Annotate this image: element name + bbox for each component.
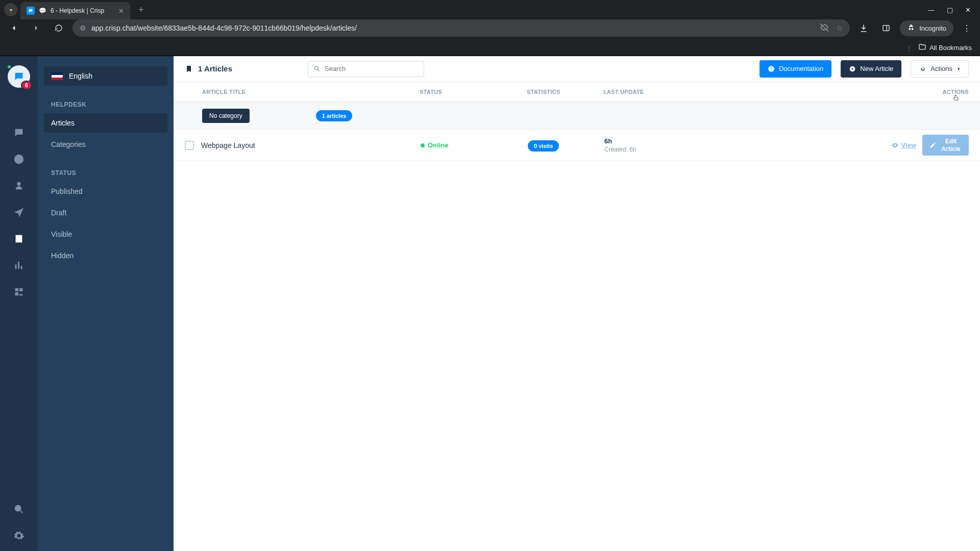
chrome-menu-icon[interactable]: ⋮: [959, 23, 975, 33]
sidebar-heading-helpdesk: HELPDESK: [51, 101, 167, 108]
folder-icon: [918, 43, 926, 53]
svg-point-2: [15, 506, 21, 511]
category-chip[interactable]: No category: [202, 109, 250, 123]
language-selector[interactable]: English: [44, 66, 167, 86]
col-header-title: ARTICLE TITLE: [200, 89, 420, 95]
crisp-favicon-icon: [27, 7, 35, 15]
svg-rect-0: [883, 26, 889, 31]
incognito-label: Incognito: [919, 24, 946, 32]
sidebar-heading-status: STATUS: [51, 169, 167, 177]
documentation-label: Documentation: [779, 65, 823, 72]
search-input[interactable]: [325, 65, 419, 72]
update-created: Created: 6h: [604, 146, 752, 153]
contacts-icon[interactable]: [13, 180, 25, 192]
plugins-icon[interactable]: [13, 286, 25, 298]
sidebar-item-draft[interactable]: Draft: [44, 203, 167, 222]
article-title[interactable]: Webpage Layout: [201, 141, 421, 149]
documentation-button[interactable]: ? Documentation: [760, 60, 831, 78]
main-content: 1 Articles ? Documentation New Article A…: [174, 56, 980, 551]
presence-dot-icon: [7, 64, 12, 69]
globe-icon[interactable]: [13, 153, 25, 165]
address-bar: ⚙ app.crisp.chat/website/6833ae5b-844d-4…: [0, 19, 980, 40]
workspace-avatar[interactable]: 6: [8, 65, 30, 88]
window-controls: ― ▢ ✕: [928, 6, 976, 14]
inbox-icon[interactable]: [13, 127, 25, 139]
category-count-badge: 1 articles: [316, 110, 353, 121]
eye-icon: [891, 141, 899, 149]
language-label: English: [69, 72, 92, 80]
row-checkbox[interactable]: [185, 141, 194, 150]
new-tab-button[interactable]: +: [133, 5, 149, 15]
chevron-down-icon: ▾: [10, 7, 12, 13]
tab-notification-icon: 💬: [39, 7, 46, 14]
status-dot-icon: [421, 143, 425, 147]
flag-uk-icon: [52, 72, 63, 80]
col-header-update: LAST UPDATE: [603, 89, 751, 95]
helpdesk-sidebar: English HELPDESK Articles Categories STA…: [38, 56, 174, 551]
star-icon[interactable]: ☆: [836, 24, 843, 32]
side-panel-icon[interactable]: [877, 19, 895, 37]
edit-article-button[interactable]: Edit Article: [922, 135, 969, 156]
url-text: app.crisp.chat/website/6833ae5b-844d-4c9…: [91, 24, 357, 32]
articles-count-label: 1 Articles: [198, 64, 232, 73]
sidebar-item-categories[interactable]: Categories: [44, 135, 167, 154]
new-article-button[interactable]: New Article: [841, 60, 901, 78]
sidebar-item-visible[interactable]: Visible: [44, 224, 167, 244]
update-age: 6h: [604, 137, 752, 145]
stats-cell: 0 visits: [528, 141, 604, 150]
browser-chrome: ▾ 💬 6 - Helpdesk | Crisp ✕ + ― ▢ ✕ ⚙: [0, 0, 980, 56]
close-window-icon[interactable]: ✕: [965, 6, 971, 14]
bookmarks-bar: | All Bookmarks: [0, 40, 980, 56]
row-actions: View Edit Article: [752, 135, 969, 156]
back-button[interactable]: [5, 19, 22, 37]
sidebar-item-hidden[interactable]: Hidden: [44, 246, 167, 265]
sidebar-item-articles[interactable]: Articles: [44, 113, 167, 133]
url-input[interactable]: ⚙ app.crisp.chat/website/6833ae5b-844d-4…: [72, 19, 850, 37]
svg-point-3: [314, 66, 318, 70]
status-label: Online: [428, 141, 448, 149]
incognito-badge[interactable]: Incognito: [900, 20, 953, 36]
book-icon: [185, 65, 193, 73]
search-icon[interactable]: [13, 503, 25, 515]
visits-badge: 0 visits: [528, 140, 559, 152]
edit-label: Edit Article: [940, 138, 962, 153]
forward-button[interactable]: [28, 19, 45, 37]
analytics-icon[interactable]: [13, 259, 25, 271]
search-box[interactable]: [308, 61, 424, 77]
status-cell: Online: [421, 141, 528, 149]
table-header: ARTICLE TITLE STATUS STATISTICS LAST UPD…: [174, 82, 980, 102]
col-header-stats: STATISTICS: [527, 89, 603, 95]
articles-count: 1 Articles: [185, 64, 232, 73]
minimize-icon[interactable]: ―: [928, 6, 935, 14]
all-bookmarks-link[interactable]: All Bookmarks: [929, 44, 972, 52]
search-icon: [313, 65, 321, 72]
col-header-actions: ACTIONS: [751, 89, 969, 95]
pencil-icon: [929, 142, 936, 148]
help-icon: ?: [768, 65, 775, 72]
tab-bar: ▾ 💬 6 - Helpdesk | Crisp ✕ + ― ▢ ✕: [0, 0, 980, 19]
notification-badge: 6: [21, 81, 32, 90]
reload-button[interactable]: [50, 19, 67, 37]
site-settings-icon[interactable]: ⚙: [80, 24, 86, 32]
sidebar-item-published[interactable]: Published: [44, 182, 167, 201]
new-article-label: New Article: [860, 65, 893, 72]
maximize-icon[interactable]: ▢: [947, 6, 953, 14]
helpdesk-icon[interactable]: [13, 233, 25, 245]
settings-icon[interactable]: [13, 530, 25, 542]
chevron-down-icon: ▾: [958, 66, 960, 71]
tabs-dropdown[interactable]: ▾: [4, 3, 17, 16]
fire-icon: [919, 65, 926, 72]
close-tab-icon[interactable]: ✕: [118, 7, 124, 15]
incognito-icon: [907, 23, 915, 33]
toolbar: 1 Articles ? Documentation New Article A…: [174, 56, 980, 82]
category-row: No category 1 articles: [174, 102, 980, 130]
campaigns-icon[interactable]: [13, 206, 25, 218]
eye-off-icon[interactable]: [820, 23, 829, 34]
svg-text:?: ?: [770, 66, 773, 71]
divider: |: [909, 44, 910, 52]
browser-tab[interactable]: 💬 6 - Helpdesk | Crisp ✕: [20, 2, 130, 19]
view-link[interactable]: View: [891, 141, 916, 149]
downloads-icon[interactable]: [855, 19, 872, 37]
actions-dropdown[interactable]: Actions ▾: [911, 60, 969, 78]
col-header-status: STATUS: [420, 89, 527, 95]
